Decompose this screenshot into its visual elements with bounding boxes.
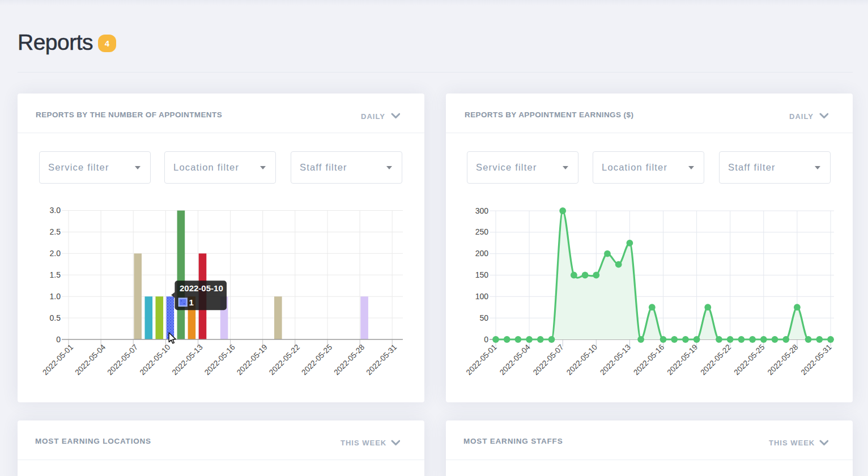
svg-text:2022-05-19: 2022-05-19	[665, 343, 699, 377]
svg-text:200: 200	[475, 249, 489, 258]
svg-text:2022-05-31: 2022-05-31	[365, 343, 399, 377]
svg-text:1: 1	[189, 298, 194, 307]
svg-text:150: 150	[475, 270, 489, 279]
svg-text:2022-05-16: 2022-05-16	[632, 343, 666, 377]
svg-text:0: 0	[484, 335, 488, 344]
svg-text:2022-05-16: 2022-05-16	[203, 343, 237, 377]
svg-text:2022-05-10: 2022-05-10	[565, 343, 599, 377]
svg-text:2022-05-25: 2022-05-25	[300, 343, 334, 377]
svg-text:2022-05-22: 2022-05-22	[699, 343, 733, 377]
svg-text:100: 100	[475, 292, 489, 301]
svg-text:2022-05-07: 2022-05-07	[531, 343, 565, 377]
svg-text:2022-05-13: 2022-05-13	[598, 343, 632, 377]
svg-text:2022-05-01: 2022-05-01	[41, 343, 75, 377]
svg-text:2022-05-31: 2022-05-31	[799, 343, 833, 377]
svg-text:2022-05-28: 2022-05-28	[766, 343, 800, 377]
svg-text:2022-05-07: 2022-05-07	[106, 343, 140, 377]
svg-text:2022-05-19: 2022-05-19	[235, 343, 269, 377]
svg-text:3.0: 3.0	[50, 206, 61, 215]
svg-text:2022-05-22: 2022-05-22	[267, 343, 301, 377]
svg-text:2.0: 2.0	[50, 249, 61, 258]
svg-text:2022-05-28: 2022-05-28	[332, 343, 366, 377]
svg-text:0.5: 0.5	[50, 313, 61, 322]
svg-text:300: 300	[475, 206, 489, 215]
svg-text:0: 0	[56, 335, 61, 344]
svg-text:1.0: 1.0	[50, 292, 61, 301]
svg-text:2022-05-25: 2022-05-25	[733, 343, 767, 377]
svg-text:1.5: 1.5	[50, 270, 61, 279]
svg-text:2022-05-10: 2022-05-10	[180, 283, 223, 293]
svg-text:2022-05-04: 2022-05-04	[73, 343, 107, 377]
svg-text:2022-05-10: 2022-05-10	[138, 343, 172, 377]
svg-text:2022-05-13: 2022-05-13	[171, 343, 205, 377]
svg-text:2.5: 2.5	[50, 227, 61, 236]
svg-text:2022-05-04: 2022-05-04	[498, 343, 532, 377]
svg-text:2022-05-01: 2022-05-01	[465, 343, 499, 377]
svg-text:50: 50	[479, 313, 488, 322]
svg-text:250: 250	[475, 227, 489, 236]
